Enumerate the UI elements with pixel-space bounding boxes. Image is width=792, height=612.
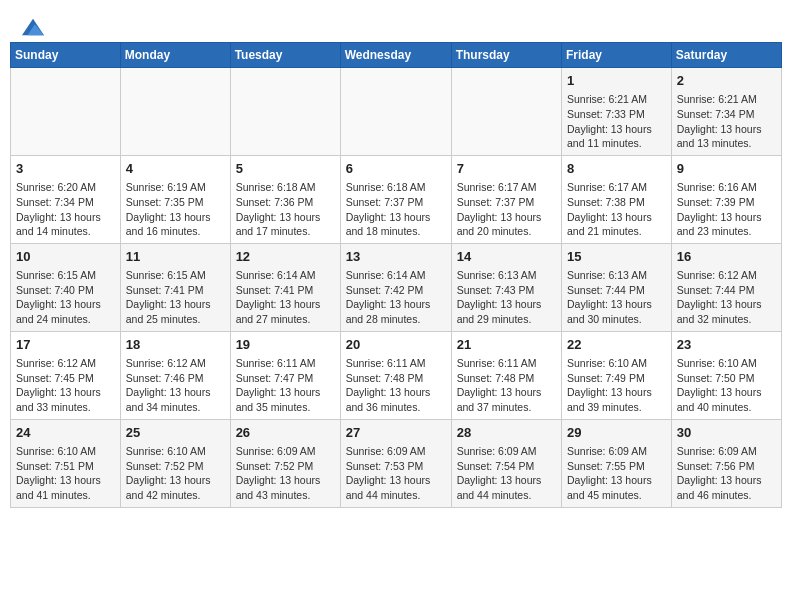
calendar-cell: 29Sunrise: 6:09 AMSunset: 7:55 PMDayligh… [562, 419, 672, 507]
calendar-cell: 23Sunrise: 6:10 AMSunset: 7:50 PMDayligh… [671, 331, 781, 419]
day-info: Sunrise: 6:09 AM [677, 444, 776, 459]
day-number: 1 [567, 72, 666, 90]
day-info: Sunset: 7:42 PM [346, 283, 446, 298]
calendar-week-2: 3Sunrise: 6:20 AMSunset: 7:34 PMDaylight… [11, 155, 782, 243]
day-number: 28 [457, 424, 556, 442]
day-info: Sunrise: 6:10 AM [16, 444, 115, 459]
day-info: Daylight: 13 hours and 44 minutes. [457, 473, 556, 502]
day-info: Daylight: 13 hours and 21 minutes. [567, 210, 666, 239]
day-info: Daylight: 13 hours and 37 minutes. [457, 385, 556, 414]
day-number: 24 [16, 424, 115, 442]
day-info: Daylight: 13 hours and 14 minutes. [16, 210, 115, 239]
calendar-cell: 27Sunrise: 6:09 AMSunset: 7:53 PMDayligh… [340, 419, 451, 507]
day-number: 19 [236, 336, 335, 354]
column-header-monday: Monday [120, 43, 230, 68]
day-info: Sunset: 7:34 PM [16, 195, 115, 210]
day-number: 8 [567, 160, 666, 178]
day-info: Sunrise: 6:10 AM [567, 356, 666, 371]
day-number: 21 [457, 336, 556, 354]
day-number: 4 [126, 160, 225, 178]
day-info: Sunset: 7:55 PM [567, 459, 666, 474]
calendar-week-5: 24Sunrise: 6:10 AMSunset: 7:51 PMDayligh… [11, 419, 782, 507]
day-info: Sunrise: 6:09 AM [567, 444, 666, 459]
day-info: Daylight: 13 hours and 23 minutes. [677, 210, 776, 239]
day-info: Sunrise: 6:12 AM [677, 268, 776, 283]
day-info: Daylight: 13 hours and 33 minutes. [16, 385, 115, 414]
day-info: Daylight: 13 hours and 24 minutes. [16, 297, 115, 326]
day-number: 15 [567, 248, 666, 266]
day-info: Sunset: 7:46 PM [126, 371, 225, 386]
day-info: Sunset: 7:44 PM [567, 283, 666, 298]
logo-icon [22, 18, 44, 36]
calendar-cell: 30Sunrise: 6:09 AMSunset: 7:56 PMDayligh… [671, 419, 781, 507]
calendar-cell: 25Sunrise: 6:10 AMSunset: 7:52 PMDayligh… [120, 419, 230, 507]
day-info: Sunset: 7:33 PM [567, 107, 666, 122]
day-info: Sunrise: 6:12 AM [126, 356, 225, 371]
calendar-cell: 5Sunrise: 6:18 AMSunset: 7:36 PMDaylight… [230, 155, 340, 243]
calendar-cell [120, 68, 230, 156]
day-info: Daylight: 13 hours and 41 minutes. [16, 473, 115, 502]
day-number: 25 [126, 424, 225, 442]
day-info: Sunset: 7:52 PM [126, 459, 225, 474]
calendar-week-4: 17Sunrise: 6:12 AMSunset: 7:45 PMDayligh… [11, 331, 782, 419]
day-number: 17 [16, 336, 115, 354]
day-info: Sunrise: 6:10 AM [677, 356, 776, 371]
day-info: Sunrise: 6:13 AM [457, 268, 556, 283]
day-info: Sunset: 7:35 PM [126, 195, 225, 210]
day-info: Daylight: 13 hours and 16 minutes. [126, 210, 225, 239]
column-header-thursday: Thursday [451, 43, 561, 68]
day-number: 16 [677, 248, 776, 266]
calendar-cell [451, 68, 561, 156]
day-info: Daylight: 13 hours and 36 minutes. [346, 385, 446, 414]
day-info: Sunrise: 6:15 AM [126, 268, 225, 283]
day-info: Sunset: 7:45 PM [16, 371, 115, 386]
day-number: 27 [346, 424, 446, 442]
calendar-cell: 12Sunrise: 6:14 AMSunset: 7:41 PMDayligh… [230, 243, 340, 331]
day-info: Sunrise: 6:09 AM [457, 444, 556, 459]
calendar-cell: 8Sunrise: 6:17 AMSunset: 7:38 PMDaylight… [562, 155, 672, 243]
calendar-cell: 20Sunrise: 6:11 AMSunset: 7:48 PMDayligh… [340, 331, 451, 419]
day-number: 23 [677, 336, 776, 354]
column-header-wednesday: Wednesday [340, 43, 451, 68]
day-info: Sunrise: 6:18 AM [236, 180, 335, 195]
day-info: Sunrise: 6:09 AM [346, 444, 446, 459]
day-info: Daylight: 13 hours and 11 minutes. [567, 122, 666, 151]
day-info: Sunrise: 6:15 AM [16, 268, 115, 283]
day-info: Sunset: 7:56 PM [677, 459, 776, 474]
day-info: Sunset: 7:39 PM [677, 195, 776, 210]
day-info: Sunset: 7:37 PM [346, 195, 446, 210]
calendar-cell: 10Sunrise: 6:15 AMSunset: 7:40 PMDayligh… [11, 243, 121, 331]
calendar-cell: 26Sunrise: 6:09 AMSunset: 7:52 PMDayligh… [230, 419, 340, 507]
day-info: Daylight: 13 hours and 30 minutes. [567, 297, 666, 326]
day-number: 11 [126, 248, 225, 266]
day-info: Daylight: 13 hours and 25 minutes. [126, 297, 225, 326]
column-header-friday: Friday [562, 43, 672, 68]
calendar-week-1: 1Sunrise: 6:21 AMSunset: 7:33 PMDaylight… [11, 68, 782, 156]
calendar-cell [340, 68, 451, 156]
day-info: Daylight: 13 hours and 40 minutes. [677, 385, 776, 414]
day-info: Daylight: 13 hours and 28 minutes. [346, 297, 446, 326]
day-number: 18 [126, 336, 225, 354]
calendar-cell: 16Sunrise: 6:12 AMSunset: 7:44 PMDayligh… [671, 243, 781, 331]
day-info: Daylight: 13 hours and 42 minutes. [126, 473, 225, 502]
calendar-cell [230, 68, 340, 156]
calendar-cell: 13Sunrise: 6:14 AMSunset: 7:42 PMDayligh… [340, 243, 451, 331]
calendar-cell: 28Sunrise: 6:09 AMSunset: 7:54 PMDayligh… [451, 419, 561, 507]
calendar-cell: 21Sunrise: 6:11 AMSunset: 7:48 PMDayligh… [451, 331, 561, 419]
calendar-cell: 22Sunrise: 6:10 AMSunset: 7:49 PMDayligh… [562, 331, 672, 419]
day-info: Sunrise: 6:11 AM [346, 356, 446, 371]
day-info: Sunrise: 6:14 AM [236, 268, 335, 283]
day-info: Daylight: 13 hours and 20 minutes. [457, 210, 556, 239]
day-info: Sunset: 7:37 PM [457, 195, 556, 210]
day-info: Sunset: 7:47 PM [236, 371, 335, 386]
day-info: Sunset: 7:34 PM [677, 107, 776, 122]
day-info: Daylight: 13 hours and 34 minutes. [126, 385, 225, 414]
day-number: 9 [677, 160, 776, 178]
day-info: Sunrise: 6:20 AM [16, 180, 115, 195]
day-info: Sunset: 7:41 PM [126, 283, 225, 298]
calendar-header-row: SundayMondayTuesdayWednesdayThursdayFrid… [11, 43, 782, 68]
column-header-saturday: Saturday [671, 43, 781, 68]
day-info: Sunset: 7:43 PM [457, 283, 556, 298]
day-info: Sunset: 7:41 PM [236, 283, 335, 298]
day-info: Sunrise: 6:17 AM [567, 180, 666, 195]
